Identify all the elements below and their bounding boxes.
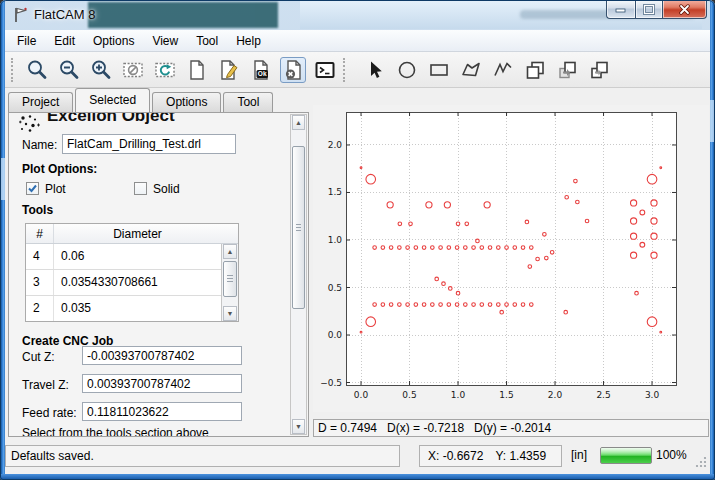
edit-object-button[interactable] [216, 57, 242, 83]
draw-circle-button[interactable] [394, 57, 420, 83]
zoom-out-button[interactable] [56, 57, 82, 83]
window-title: FlatCAM 8 [34, 7, 95, 22]
svg-text:2.5: 2.5 [596, 390, 610, 400]
panel-scrollbar-thumb[interactable] [292, 146, 305, 309]
copy-objects-button[interactable] [522, 57, 548, 83]
selected-object-panel: Excellon Object Name: Plot Options: Plot… [8, 112, 309, 437]
clear-plot-button[interactable] [120, 57, 146, 83]
draw-polygon-icon [459, 58, 483, 82]
draw-polygon-button[interactable] [458, 57, 484, 83]
menu-view[interactable]: View [143, 31, 187, 51]
tools-col-diameter[interactable]: Diameter [54, 224, 221, 243]
maximize-button[interactable] [635, 0, 662, 19]
scrollbar-thumb[interactable] [223, 261, 237, 297]
measure-dx: D(x) = -0.7218 [387, 421, 464, 435]
panel-scrollbar[interactable]: ▲ ▼ [290, 114, 307, 435]
toolbar-grip-2[interactable] [343, 58, 353, 82]
zoom-fit-button[interactable] [24, 57, 50, 83]
travel-z-input[interactable] [82, 374, 242, 393]
draw-rectangle-icon [427, 58, 451, 82]
svg-text:1.5: 1.5 [499, 390, 513, 400]
cancel-delete-icon [281, 58, 305, 82]
zoom-out-icon [57, 58, 81, 82]
main-tabbar: ProjectSelectedOptionsTool [8, 88, 275, 112]
main-toolbar: Ok [5, 52, 710, 88]
table-row[interactable]: 30.0354330708661 [26, 270, 221, 296]
status-message: Defaults saved. [5, 445, 400, 467]
tab-options[interactable]: Options [152, 92, 221, 112]
cut-z-label: Cut Z: [22, 350, 55, 364]
tab-tool[interactable]: Tool [223, 92, 273, 112]
svg-text:2.0: 2.0 [548, 390, 563, 400]
solid-checkbox[interactable] [134, 182, 147, 195]
svg-text:3.0: 3.0 [645, 390, 660, 400]
feed-rate-input[interactable] [82, 402, 242, 421]
zoom-in-icon [89, 58, 113, 82]
frame-gloss-right [710, 100, 715, 142]
minimize-button[interactable] [606, 0, 635, 19]
cancel-delete-button[interactable] [280, 57, 306, 83]
menu-tool[interactable]: Tool [187, 31, 227, 51]
menu-options[interactable]: Options [84, 31, 143, 51]
tab-selected[interactable]: Selected [75, 88, 150, 112]
close-button[interactable] [662, 0, 707, 19]
toolbar-grip[interactable] [11, 58, 15, 82]
coordinate-readout: X: -0.6672Y: 1.4359 [419, 445, 562, 467]
run-ok-button[interactable]: Ok [248, 57, 274, 83]
svg-text:1.0: 1.0 [328, 235, 343, 245]
copy-geometry-icon [555, 58, 579, 82]
name-input[interactable] [62, 134, 236, 154]
menu-file[interactable]: File [8, 31, 45, 51]
clear-plot-icon [121, 58, 145, 82]
tab-project[interactable]: Project [8, 92, 73, 112]
x-coordinate: X: -0.6672 [428, 449, 483, 463]
paste-geometry-icon [587, 58, 611, 82]
new-file-button[interactable] [184, 57, 210, 83]
shell-button[interactable] [312, 57, 338, 83]
menu-edit[interactable]: Edit [45, 31, 84, 51]
plot-canvas[interactable]: 0.00.51.01.52.02.53.0−0.50.00.51.01.52.0 [313, 105, 709, 412]
copy-geometry-button[interactable] [554, 57, 580, 83]
tools-table-scrollbar[interactable]: ▲ ▼ [221, 244, 238, 321]
tools-col-number[interactable]: # [26, 224, 54, 243]
select-pointer-button[interactable] [362, 57, 388, 83]
draw-polyline-button[interactable] [490, 57, 516, 83]
new-file-icon [185, 58, 209, 82]
svg-text:0.5: 0.5 [402, 390, 416, 400]
zoom-in-button[interactable] [88, 57, 114, 83]
flatcam-logo-icon [11, 6, 29, 24]
cut-z-input[interactable] [82, 346, 242, 365]
draw-rectangle-button[interactable] [426, 57, 452, 83]
check-icon [27, 183, 38, 194]
scroll-down-button[interactable]: ▼ [223, 306, 237, 321]
plot-checkbox[interactable] [26, 182, 39, 195]
name-label: Name: [22, 138, 57, 152]
scroll-up-button[interactable]: ▲ [223, 244, 237, 259]
title-bar[interactable]: FlatCAM 8 [0, 0, 715, 30]
window-frame-left [0, 0, 5, 480]
tools-table[interactable]: # Diameter 40.0630.035433070866120.035 ▲… [25, 223, 239, 322]
paste-geometry-button[interactable] [586, 57, 612, 83]
table-row[interactable]: 40.06 [26, 244, 221, 270]
copy-objects-icon [523, 58, 547, 82]
menu-help[interactable]: Help [227, 31, 270, 51]
frame-gloss [0, 158, 5, 200]
select-pointer-icon [363, 58, 387, 82]
resize-grip[interactable] [693, 454, 707, 468]
excellon-object-icon [18, 113, 40, 135]
table-row[interactable]: 20.035 [26, 296, 221, 322]
tools-hint: Select from the tools section above [22, 426, 209, 437]
zoom-fit-icon [25, 58, 49, 82]
svg-text:0.0: 0.0 [328, 330, 343, 340]
replot-button[interactable] [152, 57, 178, 83]
panel-title: Excellon Object [47, 112, 175, 126]
panel-scroll-down-button[interactable]: ▼ [292, 419, 305, 434]
measure-dy: D(y) = -0.2014 [474, 421, 551, 435]
svg-text:0.0: 0.0 [354, 390, 369, 400]
client-area: FileEditOptionsViewToolHelp Ok ProjectSe… [5, 30, 710, 474]
background-bleed-teal [88, 2, 278, 28]
panel-scroll-up-button[interactable]: ▲ [292, 115, 305, 130]
edit-object-icon [217, 58, 241, 82]
svg-text:2.0: 2.0 [328, 140, 343, 150]
plot-panel[interactable]: 0.00.51.01.52.02.53.0−0.50.00.51.01.52.0 [313, 105, 709, 412]
